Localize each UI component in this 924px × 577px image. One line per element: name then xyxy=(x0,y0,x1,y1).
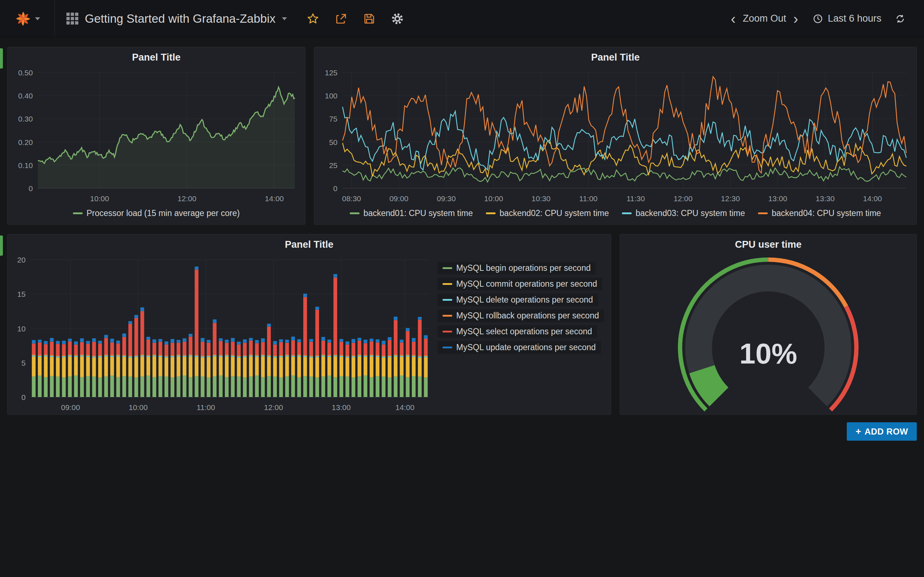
chart-legend: backend01: CPU system timebackend02: CPU… xyxy=(314,206,916,224)
title-caret-icon xyxy=(282,17,287,20)
time-shift-forward-button[interactable]: › xyxy=(790,11,802,26)
panel-title[interactable]: Panel Title xyxy=(8,234,611,255)
star-button[interactable] xyxy=(301,7,325,30)
legend-item[interactable]: backend01: CPU system time xyxy=(350,208,473,218)
cpu-system-time-chart[interactable]: 08:3009:0009:3010:0010:3011:0011:3012:00… xyxy=(314,68,916,206)
legend-color-dash xyxy=(443,283,452,285)
time-range-label: Last 6 hours xyxy=(828,13,881,24)
svg-text:50: 50 xyxy=(329,138,338,147)
svg-text:12:30: 12:30 xyxy=(721,194,740,203)
mysql-operations-chart[interactable]: 09:0010:0011:0012:0013:0014:0005101520 xyxy=(8,255,438,414)
legend-label: MySQL rollback operations per second xyxy=(456,311,599,321)
svg-text:10:00: 10:00 xyxy=(90,194,109,203)
svg-text:75: 75 xyxy=(329,115,338,123)
svg-text:125: 125 xyxy=(325,69,338,77)
legend-label: backend03: CPU system time xyxy=(636,208,745,218)
gauge-value: 10% xyxy=(739,338,797,370)
svg-text:12:00: 12:00 xyxy=(178,194,197,203)
refresh-icon xyxy=(895,13,906,24)
refresh-button[interactable] xyxy=(888,7,912,30)
time-range-picker[interactable]: Last 6 hours xyxy=(813,13,881,24)
svg-text:09:00: 09:00 xyxy=(389,194,409,203)
row-collapse-handle[interactable] xyxy=(0,235,3,256)
svg-text:11:00: 11:00 xyxy=(197,403,215,411)
chevron-left-icon: ‹ xyxy=(731,11,736,27)
legend-item[interactable]: backend02: CPU system time xyxy=(486,208,609,218)
legend-item[interactable]: MySQL commit operations per second xyxy=(438,278,602,290)
panel-title[interactable]: Panel Title xyxy=(8,47,305,68)
svg-text:11:30: 11:30 xyxy=(627,194,645,203)
svg-text:0.10: 0.10 xyxy=(18,161,33,169)
time-shift-back-button[interactable]: ‹ xyxy=(727,11,739,26)
legend-color-dash xyxy=(443,331,452,332)
save-button[interactable] xyxy=(358,7,381,30)
legend-item[interactable]: backend03: CPU system time xyxy=(622,208,745,218)
svg-text:0.30: 0.30 xyxy=(18,115,33,123)
legend-item[interactable]: MySQL rollback operations per second xyxy=(438,309,604,322)
dashboard-title-dropdown[interactable]: Getting Started with Grafana-Zabbix xyxy=(55,0,292,37)
legend-item[interactable]: MySQL delete operations per second xyxy=(438,293,598,306)
gear-icon xyxy=(391,12,404,25)
svg-text:10: 10 xyxy=(17,324,26,333)
clock-icon xyxy=(813,13,823,24)
svg-text:10:00: 10:00 xyxy=(484,194,503,203)
panel-title[interactable]: CPU user time xyxy=(620,234,916,255)
legend-item[interactable]: MySQL begin operations per second xyxy=(438,262,596,274)
legend-label: MySQL delete operations per second xyxy=(456,295,593,305)
panel-title[interactable]: Panel Title xyxy=(314,47,916,68)
legend-color-dash xyxy=(443,299,452,301)
legend-label: Processor load (15 min average per core) xyxy=(87,208,240,218)
logo-caret-icon xyxy=(35,17,40,20)
dashboard-grid: Panel Title 10:0012:0014:0000.100.200.30… xyxy=(0,37,924,441)
panel-mysql-operations: Panel Title 09:0010:0011:0012:0013:0014:… xyxy=(7,234,611,415)
svg-text:09:00: 09:00 xyxy=(61,403,80,411)
dashboard-grid-icon xyxy=(66,13,78,24)
save-icon xyxy=(363,12,376,25)
svg-text:08:30: 08:30 xyxy=(342,194,361,203)
add-row-button[interactable]: + ADD ROW xyxy=(847,422,917,441)
svg-text:14:00: 14:00 xyxy=(265,194,284,203)
svg-text:14:00: 14:00 xyxy=(396,403,415,411)
legend-item[interactable]: backend04: CPU system time xyxy=(758,208,881,218)
svg-text:0.40: 0.40 xyxy=(18,92,33,100)
svg-text:11:00: 11:00 xyxy=(579,194,598,203)
svg-text:15: 15 xyxy=(17,290,26,298)
grafana-app: Getting Started with Grafana-Zabbix xyxy=(0,0,924,577)
chart-legend: Processor load (15 min average per core) xyxy=(8,206,305,224)
svg-text:0: 0 xyxy=(29,184,33,193)
add-row-label: ADD ROW xyxy=(864,427,908,437)
navbar: Getting Started with Grafana-Zabbix xyxy=(0,0,924,37)
dashboard-row-2: Panel Title 09:0010:0011:0012:0013:0014:… xyxy=(7,234,917,415)
legend-color-dash xyxy=(622,213,632,214)
share-button[interactable] xyxy=(330,7,353,30)
legend-label: backend01: CPU system time xyxy=(363,208,473,218)
plus-icon: + xyxy=(855,426,861,437)
svg-text:0: 0 xyxy=(21,393,26,401)
legend-color-dash xyxy=(350,213,360,214)
processor-load-chart[interactable]: 10:0012:0014:0000.100.200.300.400.50 xyxy=(8,68,305,206)
legend-item[interactable]: Processor load (15 min average per core) xyxy=(73,208,240,218)
dashboard-row-1: Panel Title 10:0012:0014:0000.100.200.30… xyxy=(7,47,917,225)
settings-button[interactable] xyxy=(386,7,409,30)
legend-color-dash xyxy=(443,267,452,269)
svg-text:0.20: 0.20 xyxy=(18,138,33,147)
svg-text:12:00: 12:00 xyxy=(674,194,693,203)
legend-label: MySQL select operations per second xyxy=(456,327,592,337)
chart-legend: MySQL begin operations per secondMySQL c… xyxy=(438,255,611,414)
svg-text:25: 25 xyxy=(329,161,338,169)
cpu-user-time-gauge: 10% xyxy=(620,255,916,414)
legend-item[interactable]: MySQL update operations per second xyxy=(438,341,601,354)
time-controls: ‹ Zoom Out › Last 6 hours xyxy=(727,0,924,37)
svg-text:13:00: 13:00 xyxy=(769,194,788,203)
dashboard-title: Getting Started with Grafana-Zabbix xyxy=(85,12,275,26)
legend-item[interactable]: MySQL select operations per second xyxy=(438,325,597,338)
svg-text:0: 0 xyxy=(333,184,338,193)
zoom-out-button[interactable]: Zoom Out xyxy=(741,13,788,24)
svg-text:13:30: 13:30 xyxy=(816,194,835,203)
logo-menu-button[interactable] xyxy=(0,0,55,37)
svg-text:0.50: 0.50 xyxy=(18,69,33,77)
row-collapse-handle[interactable] xyxy=(0,48,3,69)
dashboard-actions xyxy=(301,0,409,37)
legend-label: MySQL commit operations per second xyxy=(456,279,597,289)
grafana-logo-icon xyxy=(15,10,31,27)
